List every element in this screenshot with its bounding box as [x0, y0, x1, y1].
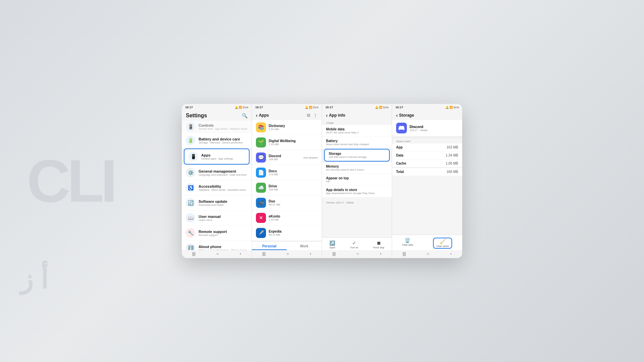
nav-menu-2[interactable]: |||	[262, 251, 265, 256]
action-turn-on[interactable]: ✓ Turn on	[350, 240, 358, 249]
nav-bar-3: ||| ○ ‹	[322, 250, 392, 258]
expedia-size: 89.15 MB	[269, 233, 318, 236]
storage-actions: 🗑️ Clear data 🧹 Clear cache	[392, 235, 462, 250]
phones-container: 16:17 🔔 📶 51% Settings 🔍 📱 Controls Scre…	[182, 104, 462, 258]
appear-on-top-sub: Off	[326, 180, 388, 183]
action-clear-data[interactable]: 🗑️ Clear data	[402, 238, 413, 249]
more-icon[interactable]: ⋮	[313, 113, 318, 118]
app-info-actions: ↗️ Open ✓ Turn on ⏹ Force stop	[322, 237, 392, 250]
software-update-sub: Download and install	[199, 203, 248, 206]
settings-item-apps[interactable]: 📱 Apps Default apps · App settings	[184, 148, 250, 165]
apps-icon: 📱	[189, 152, 198, 161]
settings-item-user-manual[interactable]: 📖 User manual Learn more	[182, 210, 252, 225]
nav-menu-1[interactable]: |||	[192, 251, 195, 256]
settings-item-controls[interactable]: 📱 Controls Screen time · App timers · Be…	[182, 121, 252, 133]
docs-name: Docs	[269, 169, 318, 173]
usage-section-label: Usage	[322, 120, 392, 125]
user-manual-sub: Learn more	[199, 219, 248, 222]
settings-item-general[interactable]: ⚙️ General management Language and keybo…	[182, 165, 252, 180]
settings-item-battery[interactable]: 🔋 Battery and device care Storage · Memo…	[182, 133, 252, 148]
app-info-header-title: App info	[329, 113, 345, 118]
digital-wellbeing-icon: 🌱	[256, 137, 266, 147]
discord-list-icon: 💬	[256, 153, 266, 163]
search-icon[interactable]: 🔍	[242, 113, 248, 118]
action-clear-cache[interactable]: 🧹 Clear cache	[433, 238, 452, 249]
tab-personal[interactable]: Personal	[252, 242, 287, 250]
nav-bar-2: ||| ○ ‹	[252, 250, 322, 258]
storage-row-cache: Cache 1.06 MB	[392, 160, 462, 167]
nav-home-3[interactable]: ○	[357, 251, 359, 256]
screen1-content: Settings 🔍 📱 Controls Screen time · App …	[182, 111, 252, 250]
app-item-drive[interactable]: ☁️ Drive 106 MB	[252, 180, 322, 195]
digital-wellbeing-size: 7.13 MB	[269, 143, 318, 146]
memory-info-sub: No memory used in last 3 hours	[326, 168, 388, 171]
discord-name: Discord	[269, 154, 301, 158]
apps-back-btn[interactable]: ‹ Apps	[256, 113, 269, 118]
nav-back-1[interactable]: ‹	[240, 251, 241, 256]
nav-menu-4[interactable]: |||	[402, 251, 406, 256]
general-title: General management	[199, 169, 248, 173]
ekonto-icon: ✕	[256, 213, 266, 223]
duo-size: 99.37 MB	[269, 203, 318, 206]
apps-header-title: Apps	[259, 113, 269, 118]
settings-item-about-phone[interactable]: ℹ️ About phone Status · Legal informatio…	[182, 241, 252, 250]
battery-icon: 🔋	[186, 136, 195, 145]
nav-back-2[interactable]: ‹	[310, 251, 311, 256]
app-item-docs[interactable]: 📄 Docs 179 MB	[252, 165, 322, 180]
controls-icon: 📱	[186, 122, 195, 131]
app-info-back-btn[interactable]: ‹ App info	[326, 113, 345, 118]
settings-item-accessibility[interactable]: ♿ Accessibility TalkBack · Mono audio · …	[182, 180, 252, 195]
nav-home-2[interactable]: ○	[286, 251, 289, 256]
ekonto-size: 1.43 MB	[269, 218, 318, 221]
app-item-expedia[interactable]: ✈️ Expedia 89.15 MB	[252, 226, 322, 240]
docs-size: 179 MB	[269, 173, 318, 176]
app-item-dictionary[interactable]: 📚 Dictionary 3.54 MB	[252, 120, 322, 135]
nav-bar-1: ||| ○ ‹	[182, 250, 252, 258]
tab-work[interactable]: Work	[287, 242, 322, 250]
nav-home-1[interactable]: ○	[216, 251, 219, 256]
watermark-arabic: أ ز	[20, 264, 48, 295]
apps-sub: Default apps · App settings	[201, 157, 245, 160]
duo-icon: 📹	[256, 198, 266, 208]
app-item-duo[interactable]: 📹 Duo 99.37 MB	[252, 195, 322, 210]
filter-icon[interactable]: ⊟	[307, 113, 310, 118]
status-time-4: 16:17	[395, 106, 403, 109]
ekonto-name: eKonto	[269, 215, 318, 218]
discord-app-icon	[396, 123, 407, 133]
action-open[interactable]: ↗️ Open	[329, 240, 335, 249]
nav-back-3[interactable]: ‹	[380, 251, 381, 256]
watermark-letters: CLI	[27, 151, 114, 211]
space-used-label: Space used	[392, 138, 462, 143]
software-update-title: Software update	[199, 199, 248, 203]
expedia-name: Expedia	[269, 230, 318, 233]
discord-size: 168 MB	[269, 158, 301, 161]
info-memory[interactable]: Memory No memory used in last 3 hours	[322, 162, 392, 174]
nav-home-4[interactable]: ○	[427, 251, 429, 256]
settings-item-software-update[interactable]: 🔄 Software update Download and install	[182, 195, 252, 210]
info-appear-on-top[interactable]: Appear on top Off	[322, 174, 392, 185]
accessibility-icon: ♿	[186, 183, 195, 192]
status-icons-2: 🔔 📶 51%	[305, 106, 318, 109]
info-app-details[interactable]: App details in store App downloaded from…	[322, 186, 392, 197]
duo-name: Duo	[269, 199, 318, 203]
discord-badge: Auto disabled	[304, 157, 318, 159]
nav-menu-3[interactable]: |||	[332, 251, 335, 256]
app-row-label: App	[396, 145, 402, 149]
dictionary-icon: 📚	[256, 122, 266, 132]
app-item-ekonto[interactable]: ✕ eKonto 1.43 MB	[252, 210, 322, 225]
storage-row-app: App 163 MB	[392, 143, 462, 151]
settings-title: Settings	[186, 113, 207, 119]
general-icon: ⚙️	[186, 168, 195, 177]
app-item-discord[interactable]: 💬 Discord 168 MB Auto disabled	[252, 150, 322, 165]
action-force-stop[interactable]: ⏹ Force stop	[373, 240, 384, 249]
nav-back-4[interactable]: ‹	[450, 251, 452, 256]
docs-icon: 📄	[256, 168, 266, 178]
status-bar-1: 16:17 🔔 📶 51%	[182, 104, 252, 111]
app-item-digital-wellbeing[interactable]: 🌱 Digital Wellbeing 7.13 MB	[252, 135, 322, 150]
info-storage[interactable]: Storage 166 MB used in internal storage	[324, 149, 390, 162]
status-time-1: 16:17	[185, 106, 193, 109]
settings-item-remote-support[interactable]: 🔧 Remote support Remote support	[182, 226, 252, 240]
info-mobile-data[interactable]: Mobile data 29.97 KB used since May 1	[322, 125, 392, 136]
storage-back-btn[interactable]: ‹ Storage	[396, 113, 414, 118]
info-battery[interactable]: Battery None since device last fully cha…	[322, 137, 392, 148]
